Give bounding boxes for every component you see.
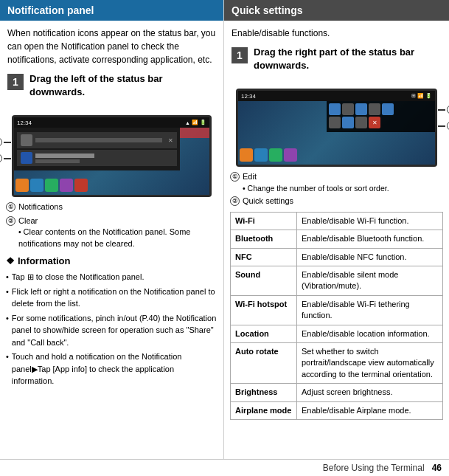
table-row: Airplane modeEnable/disable Airplane mod…	[231, 401, 443, 419]
table-cell-label: Location	[231, 325, 297, 342]
table-cell-label: Sound	[231, 266, 297, 296]
table-cell-label: NFC	[231, 248, 297, 266]
table-cell-desc: Enable/disable Wi-Fi tethering function.	[297, 295, 443, 325]
table-row: Wi-Fi hotspotEnable/disable Wi-Fi tether…	[231, 295, 443, 325]
quick-settings-table: Wi-FiEnable/disable Wi-Fi function.Bluet…	[230, 212, 443, 420]
table-cell-desc: Enable/disable Airplane mode.	[297, 401, 443, 419]
table-row: Auto rotateSet whether to switch portrai…	[231, 342, 443, 383]
annotation-1-marker: ①	[0, 137, 11, 147]
annotation-2-sub: • Clear contents on the Notification pan…	[18, 227, 217, 249]
table-cell-desc: Set whether to switch portrait/landscape…	[297, 342, 443, 383]
step1-text: Drag the left of the status bar downward…	[29, 72, 216, 99]
right-annotation-2-row: ② Quick settings	[230, 196, 443, 207]
annotation-2-marker: ②	[0, 154, 11, 163]
annotation-r2-marker: ②	[438, 121, 449, 131]
quick-settings-panel-overlay: ✕	[327, 101, 435, 132]
table-cell-desc: Enable/disable NFC function.	[297, 248, 443, 266]
information-box: Information Tap ⊞ to close the Notificat…	[6, 254, 217, 387]
notification-panel-header: Notification panel	[0, 0, 223, 21]
table-cell-desc: Adjust screen brightness.	[297, 384, 443, 401]
status-bar-right: 12:34 ⊞ 📶 🔋	[238, 91, 435, 101]
quick-settings-table-container: Wi-FiEnable/disable Wi-Fi function.Bluet…	[224, 212, 449, 420]
table-row: NFCEnable/disable NFC function.	[231, 248, 443, 266]
right-step1-text: Drag the right part of the status bar do…	[254, 46, 442, 72]
info-bullet-1: Tap ⊞ to close the Notification panel.	[6, 271, 217, 283]
table-cell-desc: Enable/disable location information.	[297, 325, 443, 342]
quick-settings-header: Quick settings	[224, 0, 449, 21]
table-row: BrightnessAdjust screen brightness.	[231, 384, 443, 401]
notification-intro: When notification icons appear on the st…	[7, 27, 216, 66]
annotation-r1-marker: ①	[438, 105, 449, 114]
table-row: LocationEnable/disable location informat…	[231, 325, 443, 342]
info-bullet-2: Flick left or right a notification on th…	[6, 286, 217, 310]
right-annotation-1-row: ① Edit • Change the number of tools or s…	[230, 171, 443, 193]
annotation-1-row: ① Notifications	[6, 201, 217, 213]
quick-settings-intro: Enable/disable functions.	[232, 27, 442, 40]
info-bullet-4: Touch and hold a notification on the Not…	[6, 351, 217, 387]
table-cell-desc: Enable/disable Bluetooth function.	[297, 230, 443, 248]
table-cell-label: Bluetooth	[231, 230, 297, 248]
footer: Before Using the Terminal 46	[0, 459, 449, 476]
table-row: SoundEnable/disable silent mode (Vibrati…	[231, 266, 443, 296]
notification-panel-overlay: ✕	[14, 128, 180, 170]
info-bullet-3: For some notifications, pinch in/out (P.…	[6, 312, 217, 349]
table-cell-label: Auto rotate	[231, 342, 297, 383]
right-step1-number: 1	[232, 47, 248, 63]
status-time: 12:34	[17, 120, 32, 126]
table-cell-label: Brightness	[231, 384, 297, 401]
table-cell-label: Wi-Fi hotspot	[231, 295, 297, 325]
annotation-2-row: ② Clear • Clear contents on the Notifica…	[6, 215, 217, 249]
footer-text: Before Using the Terminal	[323, 463, 425, 473]
table-cell-label: Wi-Fi	[231, 212, 297, 230]
table-row: Wi-FiEnable/disable Wi-Fi function.	[231, 212, 443, 230]
table-cell-desc: Enable/disable Wi-Fi function.	[297, 212, 443, 230]
right-ann1-sub: Change the number of tools or sort order…	[248, 184, 389, 193]
status-bar-left: 12:34 ▲ 📶 🔋	[14, 117, 209, 128]
table-cell-label: Airplane mode	[231, 401, 297, 419]
table-row: BluetoothEnable/disable Bluetooth functi…	[231, 230, 443, 248]
step1-number: 1	[7, 74, 24, 90]
status-time-right: 12:34	[241, 93, 256, 100]
footer-page: 46	[432, 463, 442, 473]
table-cell-desc: Enable/disable silent mode (Vibration/mu…	[297, 266, 443, 296]
